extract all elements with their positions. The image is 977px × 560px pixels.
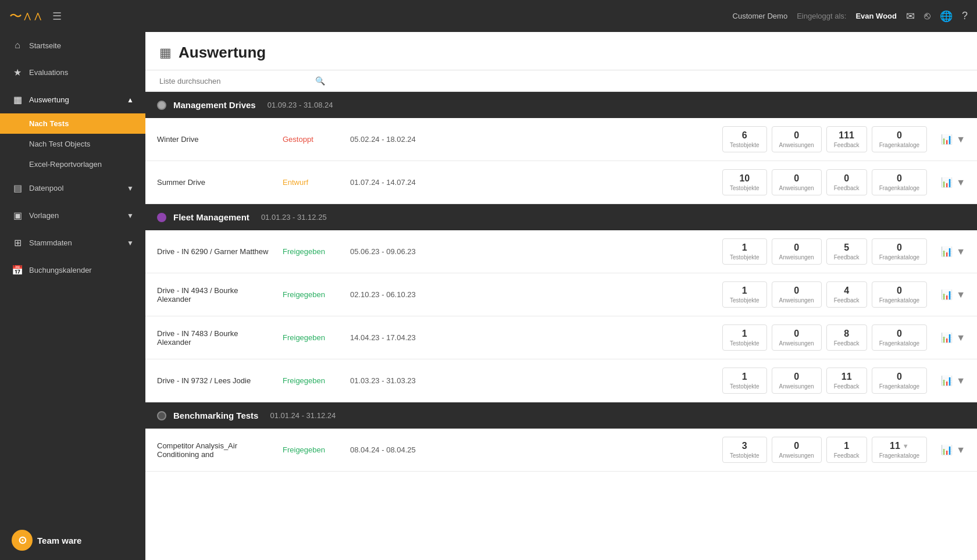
logged-in-label: Eingeloggt als: [797,12,846,20]
table-row: Drive - IN 4943 / Bourke Alexander Freig… [145,273,977,316]
drive-stats: 1 Testobjekte 0 Anweisungen 5 Feedback 0… [722,238,927,265]
stat-feedback: 1 Feedback [826,437,867,463]
group-date-range: 01.09.23 - 31.08.24 [268,101,333,109]
sidebar-item-label: Datenpool [29,184,63,192]
logout-icon[interactable]: ⎋ [924,10,930,22]
groups-container: Management Drives 01.09.23 - 31.08.24 Wi… [145,92,977,472]
drive-status: Freigegeben [283,333,341,342]
stat-testobjekte: 10 Testobjekte [722,169,767,195]
table-row: Summer Drive Entwurf 01.07.24 - 14.07.24… [145,161,977,204]
stat-fragenkataloge: 0 Fragenkataloge [872,169,928,195]
sidebar-sub-nach-tests[interactable]: Nach Tests [0,113,145,134]
sidebar-sub-excel-reportvorlagen[interactable]: Excel-Reportvorlagen [0,154,145,174]
expand-icon[interactable]: ▼ [956,333,965,343]
sidebar-item-datenpool[interactable]: ▤ Datenpool ▼ [0,174,145,202]
sidebar-item-vorlagen[interactable]: ▣ Vorlagen ▼ [0,202,145,229]
sidebar-item-buchungskalender[interactable]: 📅 Buchungskalender [0,256,145,284]
expand-icon[interactable]: ▼ [956,247,965,257]
drive-date-range: 01.07.24 - 14.07.24 [350,178,449,187]
report-icon[interactable]: 📊 [941,444,953,455]
report-icon[interactable]: 📊 [941,177,953,188]
dropdown-arrow-icon[interactable]: ▼ [903,443,909,450]
stat-feedback: 11 Feedback [826,368,867,394]
chevron-up-icon: ▲ [127,96,134,104]
row-actions: 📊 ▼ [941,332,965,343]
group-header: Fleet Management 01.01.23 - 31.12.25 [145,204,977,230]
topbar-left: 〜∧∧ ☰ [9,8,62,25]
brand-logo-icon: ⊙ [12,530,33,551]
report-icon[interactable]: 📊 [941,246,953,257]
expand-icon[interactable]: ▼ [956,134,965,145]
drive-status: Freigegeben [283,376,341,385]
group-benchmarking-tests: Benchmarking Tests 01.01.24 - 31.12.24 C… [145,402,977,472]
expand-icon[interactable]: ▼ [956,290,965,300]
sidebar-item-auswertung[interactable]: ▦ Auswertung ▲ [0,86,145,113]
group-dot-icon [157,101,166,110]
drive-name: Drive - IN 6290 / Garner Matthew [157,247,273,256]
stat-testobjekte: 1 Testobjekte [722,238,767,265]
sidebar-item-label: Vorlagen [29,211,59,220]
group-dot-icon [157,411,166,420]
stat-fragenkataloge: 11 ▼ Fragenkataloge [872,437,928,463]
stat-feedback: 4 Feedback [826,281,867,308]
drive-date-range: 02.10.23 - 06.10.23 [350,290,449,299]
logo: 〜∧∧ [9,8,43,25]
report-icon[interactable]: 📊 [941,375,953,386]
drive-date-range: 01.03.23 - 31.03.23 [350,376,449,385]
auswertung-header-icon: ▦ [159,45,172,60]
drive-date-range: 05.06.23 - 09.06.23 [350,247,449,256]
search-bar: 🔍 [145,70,977,92]
row-actions: 📊 ▼ [941,177,965,188]
sidebar-item-label: Buchungskalender [29,266,92,274]
sidebar: ⌂ Startseite ★ Evaluations ▦ Auswertung … [0,32,145,560]
drive-status: Freigegeben [283,247,341,256]
stat-testobjekte: 3 Testobjekte [722,437,767,463]
expand-icon[interactable]: ▼ [956,445,965,455]
sidebar-item-label: Auswertung [29,95,69,104]
stat-anweisungen: 0 Anweisungen [772,281,822,308]
expand-icon[interactable]: ▼ [956,177,965,188]
stat-testobjekte: 1 Testobjekte [722,324,767,351]
globe-icon[interactable]: 🌐 [940,10,953,23]
sidebar-item-startseite[interactable]: ⌂ Startseite [0,32,145,59]
drive-name: Drive - IN 4943 / Bourke Alexander [157,286,273,304]
group-header: Benchmarking Tests 01.01.24 - 31.12.24 [145,402,977,429]
calendar-icon: 📅 [12,265,23,276]
stat-anweisungen: 0 Anweisungen [772,238,822,265]
stammdaten-icon: ⊞ [12,237,23,248]
main-layout: ⌂ Startseite ★ Evaluations ▦ Auswertung … [0,32,977,560]
report-icon[interactable]: 📊 [941,289,953,300]
group-name: Benchmarking Tests [173,411,258,420]
sidebar-item-evaluations[interactable]: ★ Evaluations [0,59,145,86]
report-icon[interactable]: 📊 [941,134,953,145]
datenpool-icon: ▤ [12,183,23,194]
drive-name: Winter Drive [157,135,273,144]
expand-icon[interactable]: ▼ [956,376,965,386]
content-area: ▦ Auswertung 🔍 Management Drives 01.09.2… [145,32,977,560]
table-row: Winter Drive Gestoppt 05.02.24 - 18.02.2… [145,118,977,161]
sidebar-sub-nach-test-objects[interactable]: Nach Test Objects [0,134,145,154]
group-dot-icon [157,213,166,222]
help-icon[interactable]: ? [962,10,968,22]
drive-date-range: 05.02.24 - 18.02.24 [350,135,449,144]
row-actions: 📊 ▼ [941,289,965,300]
group-fleet-management: Fleet Management 01.01.23 - 31.12.25 Dri… [145,204,977,402]
sidebar-item-stammdaten[interactable]: ⊞ Stammdaten ▼ [0,229,145,256]
stat-anweisungen: 0 Anweisungen [772,368,822,394]
stat-fragenkataloge: 0 Fragenkataloge [872,281,928,308]
menu-toggle-icon[interactable]: ☰ [52,10,62,23]
table-row: Drive - IN 9732 / Lees Jodie Freigegeben… [145,359,977,402]
customer-label: Customer Demo [733,12,788,20]
report-icon[interactable]: 📊 [941,332,953,343]
mail-icon[interactable]: ✉ [906,10,915,23]
stat-fragenkataloge: 0 Fragenkataloge [872,368,928,394]
row-actions: 📊 ▼ [941,444,965,455]
home-icon: ⌂ [12,40,23,51]
stat-fragenkataloge: 0 Fragenkataloge [872,324,928,351]
search-input[interactable] [159,77,311,85]
drive-stats: 1 Testobjekte 0 Anweisungen 11 Feedback … [722,368,927,394]
drive-name: Drive - IN 9732 / Lees Jodie [157,376,273,385]
drive-name: Summer Drive [157,178,273,187]
sidebar-item-label: Stammdaten [29,238,72,247]
row-actions: 📊 ▼ [941,375,965,386]
